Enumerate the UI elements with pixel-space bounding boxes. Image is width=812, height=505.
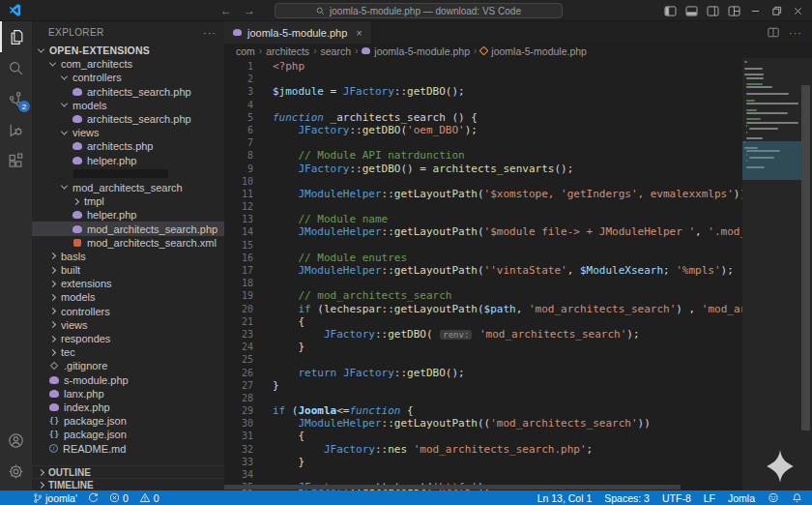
code-line-3[interactable]: 3$jmodule = JFactory::getDBO(); bbox=[224, 85, 742, 98]
git-branch-item[interactable]: joomla' bbox=[33, 492, 77, 504]
code-line-25[interactable]: 25 bbox=[224, 353, 742, 366]
code-line-26[interactable]: 26 return JFactory::getDBO(); bbox=[224, 367, 742, 379]
source-control-icon[interactable]: 2 bbox=[0, 83, 32, 114]
minimize-icon[interactable] bbox=[744, 0, 766, 21]
tree-item-lanx-php[interactable]: lanx.php bbox=[32, 387, 224, 401]
tree-item-architects-php[interactable]: architects.php bbox=[32, 139, 224, 153]
tree-item-controllers[interactable]: controllers bbox=[32, 305, 224, 318]
code-line-20[interactable]: 20 if (lechespar::getLayoutPath($path, '… bbox=[224, 303, 742, 315]
language-mode[interactable]: Jomla bbox=[728, 492, 755, 504]
code-line-13[interactable]: 13 // Module name bbox=[224, 213, 742, 225]
breadcrumb-joomla-5-module-php[interactable]: joomla-5-module.php bbox=[362, 45, 470, 57]
editor-more-actions-icon[interactable]: ··· bbox=[789, 27, 802, 39]
code-line-7[interactable]: 7 bbox=[224, 136, 742, 149]
tree-item-com-architects[interactable]: com_architects bbox=[32, 57, 224, 71]
code-line-34[interactable]: 34 bbox=[224, 468, 742, 481]
tree-item-tec[interactable]: tec bbox=[32, 345, 224, 359]
horizontal-scrollbar[interactable] bbox=[224, 485, 681, 490]
errors-item[interactable]: 0 bbox=[109, 492, 129, 504]
breadcrumb-architects[interactable]: architects bbox=[266, 45, 309, 57]
tree-item-mod-architects-search-xml[interactable]: mod_architects_search.xml bbox=[32, 236, 224, 250]
breadcrumb-joomla-5-module-php[interactable]: joomla-5-module.php bbox=[480, 45, 587, 57]
tree-item--gitignore[interactable]: .gitignore bbox=[32, 359, 224, 372]
tree-item-respondes[interactable]: respondes bbox=[32, 332, 224, 345]
toggle-sidebar-icon[interactable] bbox=[659, 0, 681, 21]
close-window-icon[interactable] bbox=[787, 0, 808, 21]
tree-item-helper-php[interactable]: helper.php bbox=[32, 154, 224, 167]
command-center-search[interactable]: joomla-5-module.php — download: VS Code bbox=[275, 3, 563, 18]
tree-item-views[interactable]: views bbox=[32, 318, 224, 332]
code-line-19[interactable]: 19 // mod_architects_search bbox=[224, 289, 742, 302]
code-line-12[interactable]: 12 bbox=[224, 200, 742, 213]
feedback-item[interactable] bbox=[768, 492, 779, 503]
tree-item-readme-md[interactable]: iREADME.md bbox=[32, 441, 224, 455]
tab-close-icon[interactable]: × bbox=[356, 27, 362, 39]
copilot-sparkle-icon[interactable] bbox=[764, 449, 797, 487]
tree-item-extensions[interactable]: extensions bbox=[32, 277, 224, 290]
warnings-item[interactable]: 0 bbox=[139, 492, 160, 504]
code-line-24[interactable]: 24 } bbox=[224, 341, 742, 353]
tree-item-helper-php[interactable]: helper.php bbox=[32, 208, 224, 222]
code-line-9[interactable]: 9 JFactory::getDBO() = architects_senvar… bbox=[224, 163, 742, 175]
nav-back-icon[interactable]: ← bbox=[220, 4, 232, 17]
toggle-panel-icon[interactable] bbox=[681, 0, 702, 21]
breadcrumbs[interactable]: com›architects›search›joomla-5-module.ph… bbox=[224, 44, 812, 58]
explorer-icon[interactable] bbox=[0, 21, 32, 52]
breadcrumb-search[interactable]: search bbox=[320, 45, 351, 57]
notifications-item[interactable] bbox=[792, 492, 802, 503]
split-editor-icon[interactable] bbox=[768, 24, 779, 42]
code-line-10[interactable]: 10 bbox=[224, 175, 742, 188]
encoding[interactable]: UTF-8 bbox=[662, 492, 691, 504]
indentation[interactable]: Spaces: 3 bbox=[604, 492, 650, 504]
code-line-27[interactable]: 27} bbox=[224, 379, 742, 392]
tree-item-models[interactable]: models bbox=[32, 290, 224, 304]
toggle-secondary-sidebar-icon[interactable] bbox=[702, 0, 723, 21]
code-line-6[interactable]: 6 JFactory::getDBO('oem_DBO'); bbox=[224, 124, 742, 136]
code-line-11[interactable]: 11 JModuleHelper::getLayoutPath('$xomsto… bbox=[224, 188, 742, 200]
vertical-scrollbar[interactable] bbox=[801, 85, 810, 431]
code-line-8[interactable]: 8 // Module API natrdunction bbox=[224, 149, 742, 162]
tree-item-open-extensions[interactable]: OPEN-EXTENSIONS bbox=[32, 44, 224, 57]
code-line-33[interactable]: 33 } bbox=[224, 456, 742, 468]
code-line-32[interactable]: 32 JFactory::nes 'mod_architects_search.… bbox=[224, 443, 742, 456]
tree-item-architects-search-php[interactable]: architects_search.php bbox=[32, 85, 224, 99]
customize-layout-icon[interactable] bbox=[723, 0, 744, 21]
code-line-29[interactable]: 29if (Joomla<=function { bbox=[224, 404, 742, 417]
tree-item-index-php[interactable]: index.php bbox=[32, 401, 224, 414]
code-line-5[interactable]: 5function _architects_search () { bbox=[224, 111, 742, 124]
sync-item[interactable] bbox=[88, 492, 99, 503]
code-line-30[interactable]: 30 JModuleHelper::getLayoutPath(('mod_ar… bbox=[224, 417, 742, 430]
minimap[interactable] bbox=[742, 58, 812, 490]
code-line-23[interactable]: 23 JFactory::getDBO( renv: 'mod_architec… bbox=[224, 328, 742, 341]
tree-item-package-json[interactable]: {}package.json bbox=[32, 428, 224, 441]
tree-item-mod-architects-search-php[interactable]: mod_architects_search.php bbox=[32, 222, 224, 235]
code-line-4[interactable]: 4 bbox=[224, 99, 742, 111]
code-editor[interactable]: 1<?php23$jmodule = JFactory::getDBO();45… bbox=[224, 58, 812, 490]
tab-joomla-5-module[interactable]: joomla-5-module.php × bbox=[224, 21, 372, 44]
nav-forward-icon[interactable]: → bbox=[244, 4, 255, 17]
tree-item-s-module-php[interactable]: s-module.php bbox=[32, 373, 224, 387]
code-line-14[interactable]: 14 JModuleHelper::getLayoutPath('$module… bbox=[224, 225, 742, 238]
code-line-16[interactable]: 16 // Module enutres bbox=[224, 252, 742, 264]
timeline-section[interactable]: TIMELINE bbox=[32, 478, 224, 490]
eol[interactable]: LF bbox=[704, 492, 715, 504]
explorer-more-actions-icon[interactable]: ··· bbox=[203, 27, 217, 39]
code-line-1[interactable]: 1<?php bbox=[224, 60, 742, 73]
tree-item-tmpl[interactable]: tmpl bbox=[32, 194, 224, 208]
extensions-icon[interactable] bbox=[0, 145, 32, 176]
tree-item-built[interactable]: built bbox=[32, 263, 224, 277]
tree-item-mod-architects-search[interactable]: mod_architects_search bbox=[32, 181, 224, 194]
search-icon[interactable] bbox=[0, 52, 32, 83]
cursor-position[interactable]: Ln 13, Col 1 bbox=[537, 492, 593, 504]
accounts-icon[interactable] bbox=[0, 425, 32, 456]
tree-item-views[interactable]: views bbox=[32, 126, 224, 139]
code-line-18[interactable]: 18 bbox=[224, 277, 742, 289]
run-debug-icon[interactable] bbox=[0, 114, 32, 145]
tree-item-controllers[interactable]: controllers bbox=[32, 71, 224, 84]
tree-item-basls[interactable]: basls bbox=[32, 250, 224, 263]
restore-icon[interactable] bbox=[766, 0, 787, 21]
code-line-21[interactable]: 21 { bbox=[224, 315, 742, 328]
tree-item-architects-search-php[interactable]: architects_search.php bbox=[32, 112, 224, 126]
minimap-viewport[interactable] bbox=[742, 141, 802, 180]
code-line-2[interactable]: 2 bbox=[224, 73, 742, 85]
